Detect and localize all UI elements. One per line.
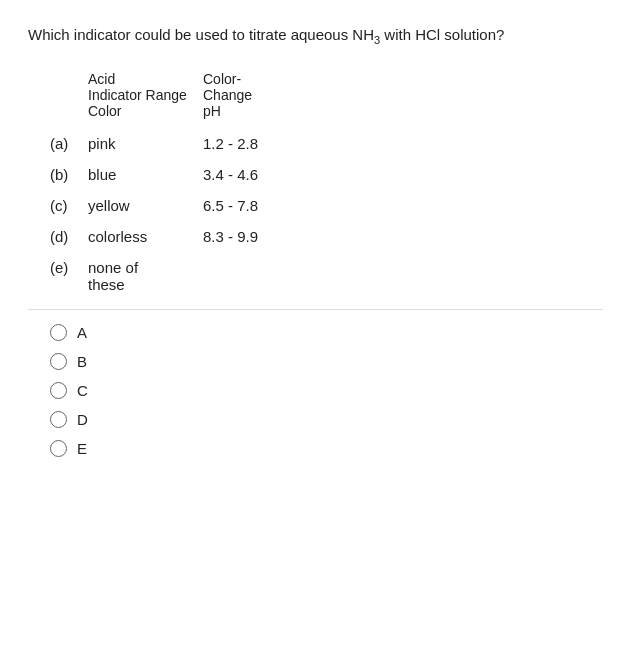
radio-d[interactable]: [50, 411, 67, 428]
question-text: Which indicator could be used to titrate…: [28, 24, 603, 49]
header-color: Color: [88, 103, 121, 119]
radio-c-inner: [55, 386, 63, 394]
question-text-after: with HCl solution?: [380, 26, 504, 43]
row-b-ph-range: 3.4 - 4.6: [203, 166, 258, 183]
question-text-before: Which indicator could be used to titrate…: [28, 26, 374, 43]
option-a[interactable]: A: [28, 324, 603, 341]
radio-e-inner: [55, 444, 63, 452]
row-a-acid-color: pink: [88, 135, 203, 152]
row-e-line1: none of: [88, 259, 138, 276]
row-e-label: (e): [50, 259, 88, 276]
row-c-label: (c): [50, 197, 88, 214]
row-a-ph-range: 1.2 - 2.8: [203, 135, 258, 152]
table-row: (c) yellow 6.5 - 7.8: [28, 197, 603, 214]
row-e-multi: none of these: [88, 259, 138, 293]
row-d-ph-range: 8.3 - 9.9: [203, 228, 258, 245]
header-acid: Acid: [88, 71, 115, 87]
option-d[interactable]: D: [28, 411, 603, 428]
row-d-label: (d): [50, 228, 88, 245]
header-indicator-range: Indicator Range: [88, 87, 187, 103]
divider: [28, 309, 603, 310]
row-c-ph-range: 6.5 - 7.8: [203, 197, 258, 214]
option-d-label: D: [77, 411, 88, 428]
row-b-acid-color: blue: [88, 166, 203, 183]
row-c-acid-color: yellow: [88, 197, 203, 214]
radio-b[interactable]: [50, 353, 67, 370]
row-b-label: (b): [50, 166, 88, 183]
row-a-label: (a): [50, 135, 88, 152]
row-e-line2: these: [88, 276, 138, 293]
radio-e[interactable]: [50, 440, 67, 457]
table-row: (b) blue 3.4 - 4.6: [28, 166, 603, 183]
radio-a[interactable]: [50, 324, 67, 341]
table-header: Acid Color- Indicator Range Change Color…: [28, 71, 603, 119]
row-d-acid-color: colorless: [88, 228, 203, 245]
header-change: Change: [203, 87, 252, 103]
table-row: (e) none of these: [28, 259, 603, 293]
radio-b-inner: [55, 357, 63, 365]
radio-a-inner: [55, 328, 63, 336]
radio-c[interactable]: [50, 382, 67, 399]
table-body: (a) pink 1.2 - 2.8 (b) blue 3.4 - 4.6 (c…: [28, 135, 603, 293]
option-e-label: E: [77, 440, 87, 457]
table-row: (d) colorless 8.3 - 9.9: [28, 228, 603, 245]
option-b[interactable]: B: [28, 353, 603, 370]
option-a-label: A: [77, 324, 87, 341]
radio-d-inner: [55, 415, 63, 423]
header-ph: pH: [203, 103, 221, 119]
option-c[interactable]: C: [28, 382, 603, 399]
header-color-dash: Color-: [203, 71, 241, 87]
option-e[interactable]: E: [28, 440, 603, 457]
option-b-label: B: [77, 353, 87, 370]
option-c-label: C: [77, 382, 88, 399]
table-row: (a) pink 1.2 - 2.8: [28, 135, 603, 152]
options-section: A B C D E: [28, 324, 603, 457]
